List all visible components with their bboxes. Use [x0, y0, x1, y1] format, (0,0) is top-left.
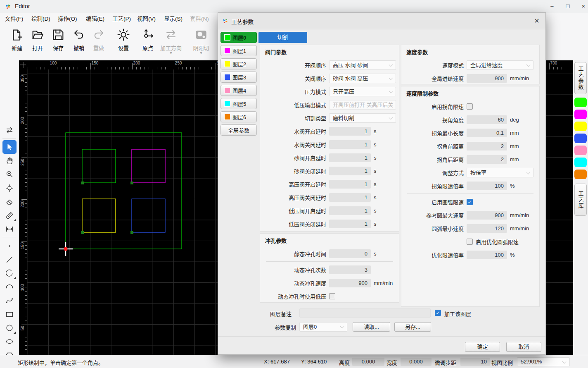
- save-as-button[interactable]: 另存...: [394, 322, 431, 332]
- ok-button[interactable]: 确定: [465, 342, 500, 352]
- layer-button-7[interactable]: 全局参数: [220, 124, 257, 136]
- toolbar-redo-button[interactable]: 重做: [88, 26, 109, 52]
- field-input[interactable]: 2: [467, 155, 507, 164]
- dialog-close-icon[interactable]: ✕: [531, 16, 542, 26]
- menu-item-4[interactable]: 编辑(E): [86, 14, 104, 24]
- checkbox[interactable]: ✓: [467, 199, 473, 205]
- checkbox[interactable]: [467, 239, 473, 245]
- field-select[interactable]: 砂阀 水阀 高压: [329, 74, 396, 83]
- menu-item-8[interactable]: 套料(N): [190, 14, 209, 24]
- field-select[interactable]: 高压 水阀 砂阀: [329, 60, 396, 70]
- field-input[interactable]: 1: [329, 193, 371, 202]
- process-layer-checkbox[interactable]: ✓: [435, 310, 441, 316]
- field-input[interactable]: 900: [329, 279, 371, 287]
- field-input[interactable]: 100: [467, 182, 507, 190]
- layer-button-5[interactable]: 图层5: [220, 98, 257, 109]
- field-input[interactable]: 1: [329, 127, 371, 136]
- field-input[interactable]: 2: [467, 142, 507, 151]
- menu-item-2[interactable]: 绘制(D): [31, 14, 50, 24]
- tab-cut[interactable]: 切割: [258, 32, 307, 43]
- layer-note-input[interactable]: [299, 308, 431, 318]
- tool-circle[interactable]: [2, 321, 17, 335]
- tool-select-cursor[interactable]: [2, 140, 17, 154]
- layer-button-0[interactable]: 图层0: [220, 32, 257, 43]
- menu-item-3[interactable]: 操作(O): [58, 14, 77, 24]
- layer-button-4[interactable]: 图层4: [220, 85, 257, 96]
- cancel-button[interactable]: 取消: [506, 342, 541, 352]
- toolbar-yinyang-cut-button[interactable]: 阴阳切▼: [190, 26, 212, 55]
- field-input[interactable]: 900: [467, 74, 507, 83]
- layer-color-swatch-6[interactable]: [574, 170, 587, 179]
- field-input[interactable]: 3: [329, 265, 371, 274]
- layer-button-3[interactable]: 图层3: [220, 72, 257, 83]
- process-library-button[interactable]: 工艺库: [574, 184, 587, 216]
- step-input[interactable]: 10: [460, 358, 490, 366]
- field-input[interactable]: 60: [467, 115, 507, 124]
- layer-color-swatch-1[interactable]: [574, 110, 587, 119]
- field-input[interactable]: 1: [329, 167, 371, 175]
- tool-zoom-magnifier[interactable]: [2, 167, 17, 181]
- height-input[interactable]: 0.000: [352, 358, 384, 366]
- field-select[interactable]: 按倍率: [467, 168, 533, 177]
- checkbox[interactable]: [467, 103, 473, 110]
- tool-arc[interactable]: [2, 266, 17, 280]
- layer-color-swatch-0[interactable]: [574, 98, 587, 107]
- toolbar-save-button[interactable]: 保存: [48, 26, 69, 52]
- field-select[interactable]: 磨料切割: [329, 113, 396, 123]
- menu-item-7[interactable]: 显示(S): [164, 14, 183, 24]
- menu-item-1[interactable]: 文件(F): [5, 14, 23, 24]
- field-input[interactable]: 0: [329, 249, 371, 258]
- menu-item-5[interactable]: 工艺(P): [112, 14, 131, 24]
- chevron-down-icon: [526, 62, 531, 67]
- field-unit: %: [510, 252, 515, 258]
- layer-button-1[interactable]: 图层1: [220, 45, 257, 56]
- field-input[interactable]: 1: [329, 180, 371, 189]
- menu-item-6[interactable]: 视图(V): [137, 14, 156, 24]
- layer-color-swatch-3[interactable]: [574, 134, 587, 143]
- field-input-disabled[interactable]: 开高压前打开 关高压后关: [329, 100, 396, 110]
- layer-color-swatch-2[interactable]: [574, 122, 587, 131]
- field-select[interactable]: 只开高压: [329, 87, 396, 96]
- tool-pan-hand[interactable]: [2, 154, 17, 167]
- field-input[interactable]: 900: [467, 211, 507, 220]
- zoom-select[interactable]: 52.901%: [517, 357, 570, 366]
- tool-swap-arrows[interactable]: [2, 123, 17, 137]
- width-input[interactable]: 0.000: [401, 358, 432, 366]
- toolbar-swap-arrows-button[interactable]: 加工方向▼: [159, 26, 183, 55]
- tool-arc-2[interactable]: [2, 280, 17, 294]
- param-copy-select[interactable]: 图层0: [299, 322, 347, 332]
- field-input[interactable]: 0.1: [467, 129, 507, 137]
- layer-button-6[interactable]: 图层6: [220, 111, 257, 122]
- toolbar-undo-button[interactable]: 撤销: [69, 26, 89, 52]
- toolbar-origin-button[interactable]: 原点: [138, 26, 158, 52]
- read-button[interactable]: 读取...: [353, 322, 390, 332]
- field-input[interactable]: 1: [329, 153, 371, 162]
- field-input[interactable]: 1: [329, 140, 371, 149]
- toolbar-new-file-button[interactable]: 新建: [7, 26, 27, 52]
- toolbar-gear-button[interactable]: 设置: [113, 26, 134, 52]
- tool-ellipse[interactable]: [2, 335, 17, 348]
- tool-eraser[interactable]: [2, 195, 17, 208]
- tool-measure-distance[interactable]: [2, 222, 17, 236]
- field-row: 低压输出模式开高压前打开 关高压后关: [265, 98, 394, 111]
- field-row: 低压阀开启延时1s: [265, 204, 394, 217]
- field-input[interactable]: 100: [467, 251, 507, 259]
- arc-icon: [5, 269, 14, 278]
- process-params-button[interactable]: 工艺参数: [574, 62, 587, 94]
- field-input[interactable]: 120: [467, 224, 507, 233]
- tool-line[interactable]: [2, 253, 17, 266]
- tool-point[interactable]: [2, 239, 17, 253]
- close-button[interactable]: ×: [574, 0, 588, 12]
- layer-button-2[interactable]: 图层2: [220, 58, 257, 69]
- layer-color-swatch-5[interactable]: [574, 158, 587, 167]
- tool-curve[interactable]: [2, 294, 17, 307]
- field-input[interactable]: 1: [329, 206, 371, 215]
- tool-ruler[interactable]: [2, 208, 17, 222]
- tool-center-view[interactable]: [2, 181, 17, 195]
- toolbar-open-folder-button[interactable]: 打开: [27, 26, 48, 52]
- field-select[interactable]: 全局进给速度: [467, 60, 533, 70]
- tool-rectangle[interactable]: [2, 307, 17, 321]
- field-input[interactable]: 1: [329, 220, 371, 228]
- layer-color-swatch-4[interactable]: [574, 146, 587, 155]
- checkbox[interactable]: [329, 293, 335, 299]
